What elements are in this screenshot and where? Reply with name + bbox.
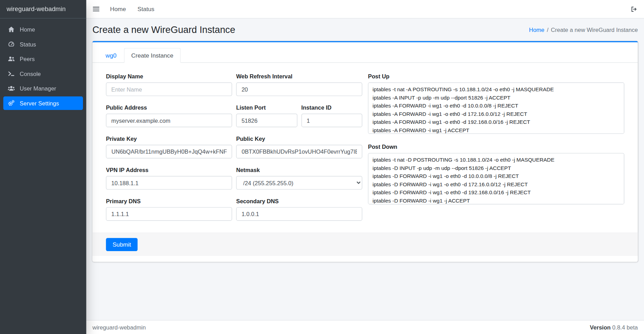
sidebar-item-peers[interactable]: Peers — [3, 52, 83, 66]
primary-dns-input[interactable] — [106, 207, 232, 221]
breadcrumb-current: Create a new WireGuard Instance — [551, 26, 638, 33]
sidebar-item-label: Console — [20, 70, 41, 77]
secondary-dns-input[interactable] — [236, 207, 362, 221]
display-name-input[interactable] — [106, 83, 232, 96]
primary-dns-label: Primary DNS — [106, 198, 232, 204]
web-refresh-interval-label: Web Refresh Interval — [236, 74, 362, 80]
footer-version-label: Version — [590, 324, 611, 331]
breadcrumb: Home/Create a new WireGuard Instance — [529, 26, 638, 33]
private-key-label: Private Key — [106, 136, 232, 142]
sidebar-nav: Home Status Peers Console — [0, 18, 86, 115]
netmask-label: Netmask — [236, 167, 362, 173]
post-down-textarea[interactable]: iptables -t nat -D POSTROUTING -s 10.188… — [368, 153, 624, 204]
gears-icon — [7, 100, 15, 106]
vpn-ip-address-label: VPN IP Address — [106, 167, 232, 173]
post-up-label: Post Up — [368, 74, 624, 80]
web-refresh-interval-input[interactable] — [236, 83, 362, 96]
user-group-icon — [7, 85, 15, 92]
public-key-input[interactable] — [236, 145, 362, 159]
sidebar-item-label: User Manager — [20, 85, 56, 92]
public-address-input[interactable] — [106, 114, 232, 127]
app-root: wireguard-webadmin Home Status Peers — [0, 0, 644, 334]
post-down-label: Post Down — [368, 144, 624, 150]
instance-id-label: Instance ID — [301, 105, 362, 111]
form-left-column: Display Name Web Refresh Interval Public… — [106, 74, 362, 230]
main-area: Home Status Create a new WireGuard Insta… — [86, 0, 644, 334]
footer-version: Version 0.8.4 beta — [590, 324, 638, 331]
sidebar-item-label: Home — [20, 26, 35, 33]
sidebar-item-label: Status — [20, 41, 36, 48]
instance-tabs: wg0 Create Instance — [92, 42, 638, 63]
sidebar-item-label: Server Settings — [20, 100, 59, 106]
card-bottom-padding — [92, 256, 638, 262]
tachometer-icon — [7, 41, 15, 48]
form-right-column: Post Up iptables -t nat -A POSTROUTING -… — [368, 74, 624, 230]
footer-version-value: 0.8.4 beta — [612, 324, 638, 331]
sidebar-item-console[interactable]: Console — [3, 67, 83, 80]
listen-port-label: Listen Port — [236, 105, 297, 111]
card-footer: Submit — [92, 233, 638, 256]
sidebar-item-user-manager[interactable]: User Manager — [3, 82, 83, 95]
topbar: Home Status — [86, 0, 644, 18]
topbar-link-home[interactable]: Home — [110, 6, 126, 12]
logout-icon[interactable] — [630, 6, 637, 12]
sidebar-item-label: Peers — [20, 55, 35, 62]
tab-create-instance[interactable]: Create Instance — [124, 48, 181, 63]
terminal-icon — [7, 70, 15, 77]
instance-form: Display Name Web Refresh Interval Public… — [92, 63, 638, 233]
submit-button[interactable]: Submit — [106, 238, 137, 251]
page-footer: wireguard-webadmin Version 0.8.4 beta — [86, 320, 644, 334]
netmask-select[interactable]: /24 (255.255.255.0) — [236, 176, 362, 190]
breadcrumb-home-link[interactable]: Home — [529, 26, 544, 33]
listen-port-input[interactable] — [236, 114, 297, 127]
content: Create a new WireGuard Instance Home/Cre… — [86, 18, 644, 320]
brand-title[interactable]: wireguard-webadmin — [0, 0, 86, 18]
footer-brand: wireguard-webadmin — [92, 324, 146, 331]
public-key-label: Public Key — [236, 136, 362, 142]
tab-wg0[interactable]: wg0 — [98, 48, 124, 63]
topbar-link-status[interactable]: Status — [137, 6, 154, 12]
sidebar: wireguard-webadmin Home Status Peers — [0, 0, 86, 334]
users-icon — [7, 55, 15, 62]
hamburger-menu-icon[interactable] — [93, 6, 99, 12]
instance-card: wg0 Create Instance Display Name Web Ref… — [92, 41, 638, 262]
private-key-input[interactable] — [106, 145, 232, 159]
page-title: Create a new WireGuard Instance — [92, 24, 235, 35]
sidebar-item-status[interactable]: Status — [3, 37, 83, 51]
display-name-label: Display Name — [106, 74, 232, 80]
sidebar-item-server-settings[interactable]: Server Settings — [3, 96, 83, 110]
public-address-label: Public Address — [106, 105, 232, 111]
home-icon — [7, 26, 15, 33]
secondary-dns-label: Secondary DNS — [236, 198, 362, 204]
vpn-ip-address-input[interactable] — [106, 176, 232, 190]
sidebar-item-home[interactable]: Home — [3, 23, 83, 36]
content-header: Create a new WireGuard Instance Home/Cre… — [86, 18, 644, 39]
breadcrumb-separator: / — [547, 26, 549, 33]
instance-id-input[interactable] — [301, 114, 362, 127]
post-up-textarea[interactable]: iptables -t nat -A POSTROUTING -s 10.188… — [368, 83, 624, 134]
